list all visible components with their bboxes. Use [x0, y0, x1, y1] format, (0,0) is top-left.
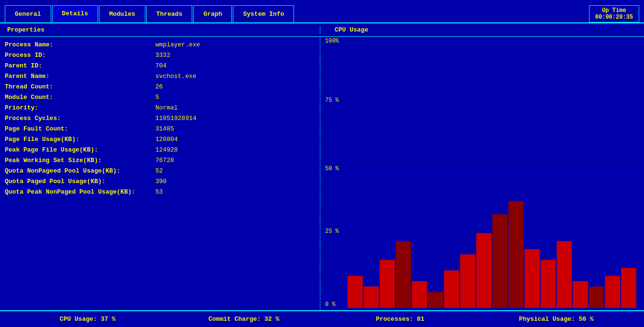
prop-row-8: Page Fault Count:31485	[5, 123, 315, 134]
bar-2	[380, 260, 395, 308]
prop-label-11: Peak Working Set Size(KB):	[5, 157, 155, 164]
status-physical-usage: Physical Usage: 50 %	[478, 316, 634, 323]
prop-value-0: wmplayer.exe	[155, 41, 200, 48]
status-bar: CPU Usage: 37 % Commit Charge: 32 % Proc…	[0, 310, 644, 327]
main-content: Process Name:wmplayer.exeProcess ID:3332…	[0, 37, 644, 310]
cpu-graph-svg	[347, 41, 642, 308]
bar-7	[460, 254, 475, 308]
tab-modules[interactable]: Modules	[99, 5, 145, 22]
prop-value-10: 124928	[155, 146, 178, 153]
prop-row-4: Thread Count:26	[5, 81, 315, 92]
bar-13	[557, 241, 572, 308]
bar-0	[348, 276, 363, 308]
prop-label-8: Page Fault Count:	[5, 125, 155, 132]
tab-general[interactable]: General	[5, 5, 51, 22]
prop-label-12: Quota NonPageed Pool Usage(KB):	[5, 167, 155, 174]
y-label-75: 75 %	[325, 97, 339, 104]
bar-16	[605, 276, 620, 308]
prop-label-3: Parent Name:	[5, 73, 155, 80]
prop-row-2: Parent ID:704	[5, 60, 315, 71]
properties-header: Properties	[0, 26, 320, 33]
prop-row-5: Module Count:5	[5, 92, 315, 102]
tab-systeminfo[interactable]: System Info	[233, 5, 294, 22]
bar-17	[621, 268, 636, 308]
bar-15	[589, 286, 604, 308]
prop-row-6: Priority:Normal	[5, 102, 315, 113]
prop-row-13: Quota Paged Pool Usage(KB):390	[5, 176, 315, 186]
prop-row-0: Process Name:wmplayer.exe	[5, 39, 315, 50]
tab-bar: General Details Modules Threads Graph Sy…	[0, 0, 644, 23]
uptime-display: Up Time 00:00:20:35	[589, 5, 639, 22]
y-label-0: 0 %	[325, 301, 336, 308]
prop-row-11: Peak Working Set Size(KB):76728	[5, 155, 315, 165]
bar-1	[364, 286, 379, 308]
cpu-graph-area	[347, 41, 642, 308]
bar-11	[524, 249, 540, 308]
y-label-25: 25 %	[325, 228, 339, 235]
prop-row-3: Parent Name:svchost.exe	[5, 71, 315, 81]
prop-value-2: 704	[155, 62, 166, 69]
tab-details[interactable]: Details	[52, 5, 98, 22]
prop-row-14: Quota Peak NonPaged Pool Usage(KB):53	[5, 186, 315, 197]
prop-value-13: 390	[155, 178, 166, 185]
bar-5	[428, 292, 443, 308]
status-processes: Processes: 81	[322, 316, 479, 323]
prop-label-13: Quota Paged Pool Usage(KB):	[5, 178, 155, 185]
bar-8	[476, 233, 491, 308]
bar-12	[541, 260, 556, 308]
bar-14	[573, 281, 588, 308]
prop-row-9: Page File Usage(KB):120804	[5, 134, 315, 144]
prop-value-5: 5	[155, 94, 159, 101]
bar-4	[412, 281, 427, 308]
prop-label-7: Process Cycles:	[5, 115, 155, 122]
prop-value-4: 26	[155, 83, 163, 90]
y-label-100: 100%	[325, 38, 339, 44]
prop-label-14: Quota Peak NonPaged Pool Usage(KB):	[5, 188, 155, 196]
bar-6	[444, 271, 459, 308]
graph-header: CPU Usage	[320, 26, 644, 33]
prop-value-9: 120804	[155, 136, 178, 143]
prop-value-14: 53	[155, 188, 163, 196]
prop-label-1: Process ID:	[5, 52, 155, 59]
prop-label-4: Thread Count:	[5, 83, 155, 90]
prop-value-6: Normal	[155, 104, 178, 111]
y-label-50: 50 %	[325, 165, 339, 172]
prop-value-3: svchost.exe	[155, 73, 196, 80]
status-commit-charge: Commit Charge: 32 %	[166, 316, 322, 323]
prop-row-7: Process Cycles:11051928914	[5, 113, 315, 123]
prop-value-11: 76728	[155, 157, 174, 164]
bar-9	[492, 214, 508, 308]
section-headers: Properties CPU Usage	[0, 23, 644, 37]
tab-threads[interactable]: Threads	[146, 5, 193, 22]
prop-label-6: Priority:	[5, 104, 155, 111]
status-cpu-usage: CPU Usage: 37 %	[10, 316, 166, 323]
bar-10	[508, 201, 524, 308]
prop-row-1: Process ID:3332	[5, 50, 315, 60]
prop-row-10: Peak Page File Usage(KB):124928	[5, 144, 315, 155]
prop-row-12: Quota NonPageed Pool Usage(KB):52	[5, 165, 315, 176]
prop-value-7: 11051928914	[155, 115, 196, 122]
prop-label-0: Process Name:	[5, 41, 155, 48]
prop-label-9: Page File Usage(KB):	[5, 136, 155, 143]
prop-value-8: 31485	[155, 125, 174, 132]
properties-panel: Process Name:wmplayer.exeProcess ID:3332…	[0, 37, 320, 310]
prop-label-5: Module Count:	[5, 94, 155, 101]
bar-3	[396, 241, 411, 308]
prop-value-1: 3332	[155, 52, 170, 59]
prop-label-2: Parent ID:	[5, 62, 155, 69]
prop-value-12: 52	[155, 167, 163, 174]
prop-label-10: Peak Page File Usage(KB):	[5, 146, 155, 153]
tab-graph[interactable]: Graph	[193, 5, 232, 22]
graph-panel: 100% 75 % 50 % 25 % 0 %	[320, 37, 644, 310]
